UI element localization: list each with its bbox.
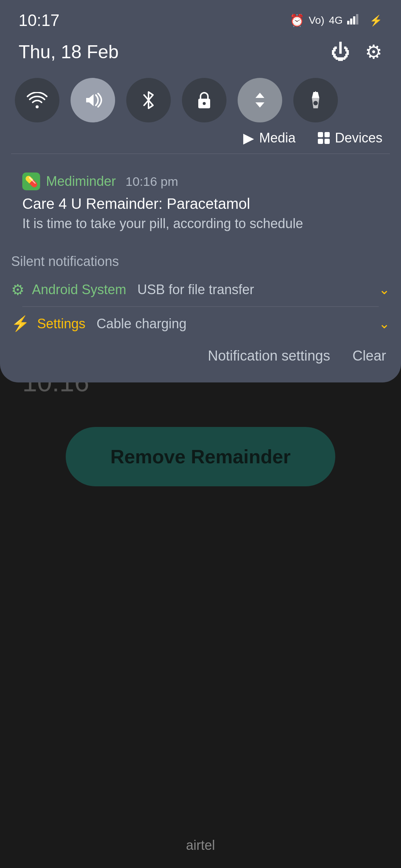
alarm-icon: ⏰ [290,13,304,27]
media-play-icon: ▶ [243,130,254,146]
media-devices-row: ▶ Media Devices [0,126,401,154]
status-icons: ⏰ Vo) 4G ⚡ [290,13,382,27]
power-button[interactable]: ⏻ [331,41,350,63]
notif-actions-row: Notification settings Clear [0,341,401,371]
data-toggle[interactable] [238,78,282,122]
settings-chevron: ⌄ [379,316,390,332]
qs-actions: ⏻ ⚙ [331,41,382,63]
cable-charging-text: Cable charging [97,316,186,332]
notif-time: 10:16 pm [125,174,178,189]
android-icon: ⚙ [11,281,25,298]
screen-lock-toggle[interactable] [182,78,226,122]
flashlight-toggle[interactable] [293,78,338,122]
svg-point-5 [203,102,206,105]
settings-notif-left: ⚡ Settings Cable charging [11,315,186,332]
notif-title: Care 4 U Remainder: Paracetamol [22,195,379,212]
charging-icon: ⚡ [369,14,382,27]
silent-notifications-header: Silent notifications [0,246,401,273]
status-time: 10:17 [19,11,59,30]
quick-toggles [0,74,401,126]
wifi-toggle[interactable] [15,78,59,122]
svg-rect-0 [347,21,349,24]
devices-label: Devices [335,130,382,146]
mediminder-icon: 💊 [22,172,40,190]
svg-point-6 [313,101,318,105]
notif-header: 💊 Mediminder 10:16 pm [22,172,379,190]
android-system-name: Android System [32,282,126,297]
notifications-area: 💊 Mediminder 10:16 pm Care 4 U Remainder… [0,154,401,246]
android-system-chevron: ⌄ [379,282,390,297]
status-bar: 10:17 ⏰ Vo) 4G ⚡ [0,0,401,33]
svg-rect-3 [356,14,358,24]
notif-body: It is time to take your pill, according … [22,216,379,231]
media-button[interactable]: ▶ Media [243,130,296,146]
mediminder-notification[interactable]: 💊 Mediminder 10:16 pm Care 4 U Remainder… [11,165,390,239]
devices-icon [318,132,330,144]
signal-icon [347,13,361,27]
notification-shade: 10:17 ⏰ Vo) 4G ⚡ Thu, 18 Feb ⏻ ⚙ [0,0,401,382]
media-label: Media [259,130,296,146]
sound-toggle[interactable] [71,78,115,122]
notif-app-name: Mediminder [46,174,116,189]
svg-rect-2 [353,16,355,24]
qs-header: Thu, 18 Feb ⏻ ⚙ [0,33,401,74]
android-system-left: ⚙ Android System USB for file transfer [11,281,254,298]
settings-button[interactable]: ⚙ [365,41,382,63]
devices-button[interactable]: Devices [318,130,382,146]
network-4g-icon: 4G [329,14,343,26]
android-system-text: USB for file transfer [137,282,254,297]
settings-app-name: Settings [37,316,85,332]
carrier-text: airtel [186,838,215,853]
volte-icon: Vo) [309,14,325,26]
android-system-notification[interactable]: ⚙ Android System USB for file transfer ⌄ [0,273,401,306]
qs-date: Thu, 18 Feb [19,41,119,63]
settings-notification[interactable]: ⚡ Settings Cable charging ⌄ [0,307,401,341]
remove-remainder-button[interactable]: Remove Remainder [66,427,335,486]
svg-rect-1 [350,19,352,24]
settings-bolt-icon: ⚡ [11,315,30,332]
notification-settings-button[interactable]: Notification settings [208,348,330,364]
clear-button[interactable]: Clear [352,348,386,364]
bluetooth-toggle[interactable] [126,78,171,122]
